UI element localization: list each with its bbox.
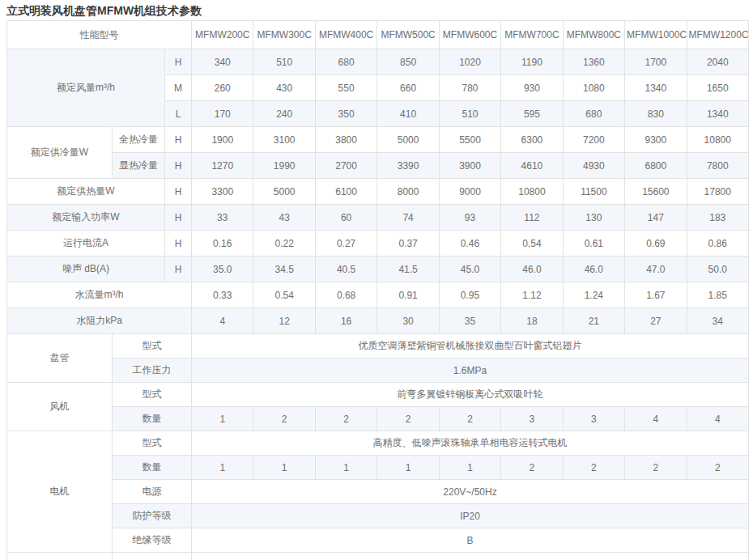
sub-label: 全热冷量: [113, 127, 165, 153]
spec-table-container: 性能型号 MFMW200C MFMW300C MFMW400C MFMW500C…: [0, 20, 753, 560]
speed-label: L: [165, 101, 192, 127]
sub-label: 型式: [113, 334, 192, 358]
speed-label: H: [165, 127, 192, 153]
speed-label: H: [165, 231, 192, 257]
cell-span-value: 优质空调薄壁紫铜管机械胀接双曲型百叶窗式铝翅片: [192, 334, 749, 358]
cell-value: 60: [315, 205, 376, 231]
cell-value: 1.12: [501, 282, 563, 308]
cell-value: 2700: [315, 153, 376, 179]
cell-value: 112: [501, 205, 563, 231]
cell-value: 1900: [192, 127, 253, 153]
header-model: MFMW400C: [315, 21, 376, 49]
row-noise: 噪声 dB(A) H 35.0 34.5 40.5 41.5 45.0 46.0…: [7, 257, 749, 282]
cell-value: 1.24: [563, 282, 624, 308]
row-coil-pressure: 工作压力 1.6MPa: [7, 358, 749, 383]
cell-value: 9000: [439, 179, 500, 205]
page-title: 立式明装风机盘管MFMW机组技术参数: [0, 0, 753, 20]
cell-value: 1: [439, 456, 500, 480]
row-motor-protection: 防护等级 IP20: [7, 504, 749, 528]
cell-value: 3100: [253, 127, 315, 153]
cell-value: 2: [687, 456, 748, 480]
cell-value: 1: [315, 456, 376, 480]
row-partial-clipped: [7, 553, 749, 560]
cell-value: 1990: [253, 153, 315, 179]
cell-value: 1: [377, 456, 439, 480]
cell-value: 34.5: [253, 257, 315, 282]
sub-label: 绝缘等级: [113, 528, 192, 553]
cell-value: 3390: [377, 153, 439, 179]
cell-value: 5000: [253, 179, 315, 205]
speed-label: M: [165, 75, 192, 101]
cell-value: 1: [192, 456, 253, 480]
cell-value: 3300: [192, 179, 253, 205]
cell-span-value: 前弯多翼镀锌钢板离心式双吸叶轮: [192, 383, 749, 407]
cell-value: 1270: [192, 153, 253, 179]
cell-value: 1340: [687, 101, 748, 127]
cell-value: 5000: [377, 127, 439, 153]
cell-value: 183: [687, 205, 748, 231]
cell-value: 35: [439, 308, 500, 334]
cell-value: 350: [315, 101, 376, 127]
cell-value: 3900: [439, 153, 500, 179]
cell-value: 1: [253, 456, 315, 480]
cell-value: 4: [687, 407, 748, 431]
label-current: 运行电流A: [7, 231, 165, 257]
cell-value: 40.5: [315, 257, 376, 282]
cell-value: 1650: [687, 75, 748, 101]
row-input-power: 额定输入功率W H 33 43 60 74 93 112 130 147 183: [7, 205, 749, 231]
cell-value: 1.67: [625, 282, 687, 308]
cell-value: 1.85: [687, 282, 748, 308]
cell-value: 1080: [563, 75, 624, 101]
sub-label: 型式: [113, 431, 192, 456]
cell-value: 510: [439, 101, 500, 127]
label-noise: 噪声 dB(A): [7, 257, 165, 282]
partial-value-cell: [192, 553, 749, 560]
header-model: MFMW800C: [563, 21, 624, 49]
cell-value: 3: [501, 407, 563, 431]
row-coil-type: 盘管 型式 优质空调薄壁紫铜管机械胀接双曲型百叶窗式铝翅片: [7, 334, 749, 358]
cell-value: 0.95: [439, 282, 500, 308]
label-fan: 风机: [7, 383, 113, 431]
cell-value: 2040: [687, 49, 748, 75]
row-airflow-high: 额定风量m³/h H 340 510 680 850 1020 1190 136…: [7, 49, 749, 75]
cell-value: 74: [377, 205, 439, 231]
cell-value: 6800: [625, 153, 687, 179]
row-current: 运行电流A H 0.16 0.22 0.27 0.37 0.46 0.54 0.…: [7, 231, 749, 257]
cell-value: 1: [192, 407, 253, 431]
cell-value: 510: [253, 49, 315, 75]
cell-value: 0.69: [625, 231, 687, 257]
cell-value: 340: [192, 49, 253, 75]
cell-value: 1190: [501, 49, 563, 75]
cell-value: 3: [563, 407, 624, 431]
header-perf-label: 性能型号: [7, 21, 192, 49]
cell-value: 7200: [563, 127, 624, 153]
cell-value: 595: [501, 101, 563, 127]
header-model: MFMW1000C: [625, 21, 687, 49]
cell-span-value: B: [192, 528, 749, 553]
cell-value: 4: [625, 407, 687, 431]
cell-value: 35.0: [192, 257, 253, 282]
label-airflow: 额定风量m³/h: [7, 49, 165, 127]
cell-value: 4: [192, 308, 253, 334]
cell-value: 12: [253, 308, 315, 334]
cell-value: 2: [625, 456, 687, 480]
sub-label: 显热冷量: [113, 153, 165, 179]
row-motor-qty: 数量 1 1 1 1 1 2 2 2 2: [7, 456, 749, 480]
cell-value: 10800: [687, 127, 748, 153]
cell-span-value: 高精度、低噪声滚珠轴承单相电容运转式电机: [192, 431, 749, 456]
cell-value: 0.91: [377, 282, 439, 308]
cell-value: 9300: [625, 127, 687, 153]
cell-value: 550: [315, 75, 376, 101]
label-water-flow: 水流量m³/h: [7, 282, 192, 308]
label-coil: 盘管: [7, 334, 113, 383]
cell-value: 260: [192, 75, 253, 101]
cell-value: 830: [625, 101, 687, 127]
cell-value: 680: [563, 101, 624, 127]
cell-value: 0.22: [253, 231, 315, 257]
row-motor-insulation: 绝缘等级 B: [7, 528, 749, 553]
header-model: MFMW700C: [501, 21, 563, 49]
row-fan-qty: 数量 1 2 2 2 2 3 3 4 4: [7, 407, 749, 431]
header-model: MFMW200C: [192, 21, 253, 49]
cell-value: 780: [439, 75, 500, 101]
cell-value: 4930: [563, 153, 624, 179]
